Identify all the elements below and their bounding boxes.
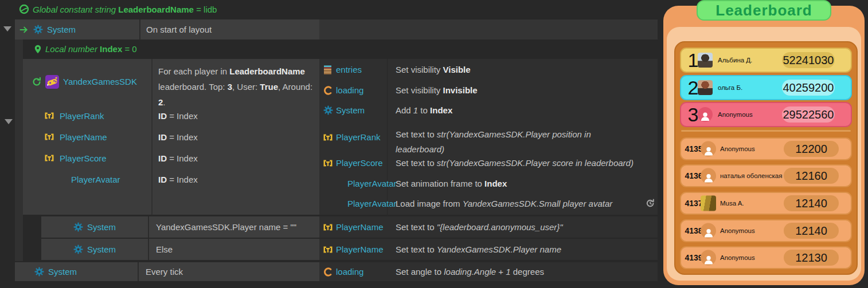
event-actions-area[interactable] bbox=[319, 19, 658, 40]
object-link[interactable]: PlayerName bbox=[60, 132, 107, 142]
action-text: Set angle to loading.Angle + 1 degrees bbox=[396, 262, 544, 281]
event-every-tick: System Every tick loading Set angle to l… bbox=[0, 262, 658, 281]
score-value: 40259200 bbox=[783, 81, 834, 94]
object-link[interactable]: entries bbox=[336, 65, 362, 74]
anonymous-avatar-icon bbox=[701, 250, 716, 266]
actions-cell[interactable]: PlayerName Set text to YandexGamesSDK.Pl… bbox=[319, 239, 658, 260]
score-pill: 12200 bbox=[784, 141, 839, 157]
action-text: Set text to "{leaderboard.anonymous_user… bbox=[396, 216, 563, 238]
event-condition-cell[interactable]: On start of layout bbox=[139, 19, 320, 40]
object-link[interactable]: PlayerAvatar bbox=[71, 175, 120, 184]
leaderboard-list: 1 Альбина Д. 52241030 2 ольга Б. 4025920… bbox=[674, 41, 858, 275]
text-object-icon bbox=[45, 111, 54, 120]
text-object-icon bbox=[323, 133, 333, 142]
object-link[interactable]: System bbox=[87, 216, 116, 238]
anonymous-avatar-icon bbox=[701, 223, 716, 239]
global-variable-row[interactable]: Global constant string LeaderboardName =… bbox=[15, 0, 658, 19]
player-name: Anonymous bbox=[720, 145, 755, 152]
local-variable-text: Local number Index = 0 bbox=[45, 40, 137, 58]
entries-list-icon bbox=[323, 65, 333, 74]
actions-cell[interactable]: loading Set angle to loading.Angle + 1 d… bbox=[319, 262, 658, 281]
score-value: 29522560 bbox=[783, 108, 834, 121]
anonymous-avatar-icon bbox=[701, 168, 716, 184]
anonymous-avatar-icon bbox=[701, 141, 716, 157]
object-link[interactable]: PlayerAvatar bbox=[347, 179, 397, 188]
conditions-cell[interactable]: YandexGamesSDK For each player in Leader… bbox=[23, 59, 319, 215]
subevent-else: System Else PlayerName Set text to Yande… bbox=[0, 239, 658, 260]
condition-text: Every tick bbox=[146, 262, 183, 281]
condition-text: On start of layout bbox=[146, 19, 212, 40]
subevent-anonymous-name: System YandexGamesSDK.Player name = "" P… bbox=[0, 216, 658, 238]
object-link[interactable]: PlayerName bbox=[336, 239, 384, 260]
event-object-cell[interactable]: System bbox=[41, 239, 148, 260]
condition-text: For each player in LeaderboardName leade… bbox=[158, 64, 321, 110]
leaderboard-panel: 1 Альбина Д. 52241030 2 ольга Б. 4025920… bbox=[663, 0, 868, 288]
loading-ring-icon bbox=[323, 267, 333, 277]
text-object-icon bbox=[323, 159, 333, 168]
global-variable-text: Global constant string LeaderboardName =… bbox=[33, 0, 217, 19]
leaderboard-row: 3 Anonymous 29522560 bbox=[680, 102, 852, 127]
player-name: наталья оболенская bbox=[720, 172, 782, 179]
local-variable-row[interactable]: Local number Index = 0 bbox=[23, 40, 658, 58]
action-text: Set text to str(YandexGamesSDK.Player po… bbox=[396, 127, 613, 157]
text-object-icon bbox=[323, 223, 333, 232]
player-avatar bbox=[701, 196, 716, 211]
leaderboard-row: 1 Альбина Д. 52241030 bbox=[680, 48, 852, 73]
top3-divider bbox=[681, 130, 851, 132]
player-name: Anonymous bbox=[720, 254, 755, 261]
yandex-games-sdk-icon bbox=[45, 75, 59, 89]
object-link[interactable]: loading bbox=[336, 262, 363, 281]
actions-cell[interactable]: PlayerName Set text to "{leaderboard.ano… bbox=[319, 216, 658, 238]
leaderboard-row: 4135 Anonymous 12200 bbox=[680, 137, 852, 160]
condition-text: ID = Index bbox=[158, 111, 198, 121]
object-link[interactable]: loading bbox=[336, 85, 363, 95]
object-link[interactable]: PlayerRank bbox=[60, 111, 104, 121]
leaderboard-title: Leaderboard bbox=[697, 0, 831, 21]
score-pill: 12160 bbox=[784, 168, 839, 184]
action-text: Set visibility Visible bbox=[396, 65, 471, 74]
condition-text: YandexGamesSDK.Player name = "" bbox=[156, 216, 296, 238]
object-link[interactable]: YandexGamesSDK bbox=[63, 77, 137, 86]
player-name: Musa A. bbox=[720, 200, 744, 207]
condition-text: ID = Index bbox=[158, 153, 198, 163]
score-pill: 40259200 bbox=[782, 80, 835, 96]
text-object-icon bbox=[323, 245, 333, 254]
leaderboard-row: 4139 Anonymous 12130 bbox=[680, 246, 852, 269]
action-text: Add 1 to Index bbox=[396, 105, 452, 115]
leaderboard-row: 4136 наталья оболенская 12160 bbox=[680, 164, 852, 187]
condition-text: ID = Index bbox=[158, 175, 198, 184]
score-value: 12200 bbox=[795, 143, 827, 156]
leaderboard-row: 2 ольга Б. 40259200 bbox=[680, 75, 852, 100]
object-link[interactable]: System bbox=[336, 105, 365, 115]
object-link[interactable]: PlayerRank bbox=[336, 132, 381, 142]
text-object-icon bbox=[45, 153, 54, 163]
score-value: 12140 bbox=[795, 224, 827, 238]
collapse-toggle-icon[interactable] bbox=[5, 119, 13, 124]
event-object-cell[interactable]: System bbox=[15, 19, 139, 40]
action-text: Load image from YandexGamesSDK.Small pla… bbox=[396, 199, 612, 208]
object-link[interactable]: System bbox=[87, 239, 116, 260]
system-gear-icon bbox=[73, 244, 83, 254]
score-pill: 52241030 bbox=[782, 52, 835, 68]
event-condition-cell[interactable]: Else bbox=[148, 239, 320, 260]
action-text: Set animation frame to Index bbox=[396, 179, 507, 188]
score-value: 52241030 bbox=[783, 54, 834, 67]
player-name: ольга Б. bbox=[718, 84, 742, 91]
object-link[interactable]: System bbox=[48, 262, 77, 281]
event-object-cell[interactable]: System bbox=[15, 262, 138, 281]
event-on-start-of-layout[interactable]: System On start of layout bbox=[15, 19, 658, 40]
event-condition-cell[interactable]: YandexGamesSDK.Player name = "" bbox=[148, 216, 320, 238]
score-value: 12130 bbox=[795, 251, 827, 265]
object-link[interactable]: PlayerScore bbox=[336, 158, 383, 168]
score-value: 12140 bbox=[795, 197, 827, 210]
actions-cell[interactable]: entries Set visibility Visible loading S… bbox=[319, 59, 658, 215]
player-name: Anonymous bbox=[720, 227, 755, 234]
object-link[interactable]: System bbox=[47, 19, 76, 40]
object-link[interactable]: PlayerName bbox=[336, 216, 384, 238]
collapse-toggle-icon[interactable] bbox=[3, 26, 11, 31]
event-object-cell[interactable]: System bbox=[41, 216, 148, 238]
event-condition-cell[interactable]: Every tick bbox=[138, 262, 320, 281]
object-link[interactable]: PlayerScore bbox=[60, 153, 107, 163]
object-link[interactable]: PlayerAvatar bbox=[347, 199, 397, 208]
condition-text: Else bbox=[156, 239, 173, 260]
